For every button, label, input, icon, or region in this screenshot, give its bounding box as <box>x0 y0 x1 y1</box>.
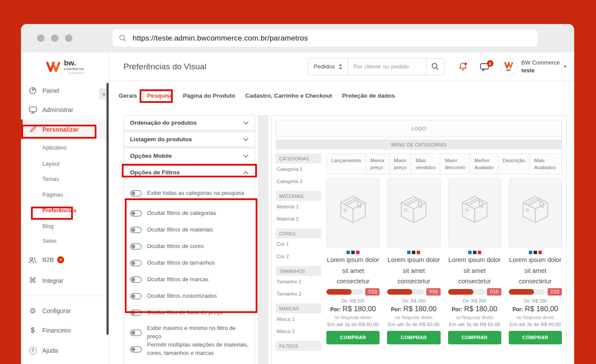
sidebar-item-label: Financeiro <box>42 327 71 334</box>
command-icon: ⌘ <box>27 277 38 284</box>
sidebar-item-configurar[interactable]: ⚙Configurar <box>21 301 109 320</box>
main-area: Preferências do Visual Pedidos <box>109 52 574 364</box>
toggle-switch-off[interactable] <box>130 276 142 283</box>
toggle-switch-off[interactable] <box>130 227 142 233</box>
facet-item: Cor 1 <box>276 242 321 247</box>
sidebar-item-integrar[interactable]: ⌘Integrar <box>21 271 109 290</box>
tab-pa-gina-do-produto[interactable]: Página do Produto <box>182 91 236 101</box>
sort-arrows-icon <box>339 64 343 70</box>
accordion-header-listagem-do-produtos[interactable]: Listagem do produtos <box>124 132 255 146</box>
sidebar-scrollbar[interactable] <box>106 83 109 335</box>
avatar[interactable]: bw. <box>500 58 517 75</box>
tab-cadastro-carrinho-e-checkout[interactable]: Cadastro, Carrinho e Checkout <box>244 91 333 101</box>
product-original-price: De: R$ 200 <box>402 298 425 303</box>
tab-protec-a-o-de-dados[interactable]: Proteção de dados <box>341 91 396 101</box>
package-box-icon <box>516 193 555 233</box>
facet-item: Categoria 1 <box>276 167 321 172</box>
price-prefix: Por: <box>391 306 401 313</box>
rating-row: 7/10 <box>448 288 501 296</box>
toggle-row: Ocultar filtros de tamanhos <box>130 255 249 271</box>
search-button[interactable] <box>426 58 444 75</box>
facet-group: FILTROS <box>276 341 321 351</box>
facet-item: Material 2 <box>276 216 321 221</box>
toggle-list: Exibir todas as categorias na pesquisaOc… <box>124 180 255 357</box>
preview-sort-bar: LançamentosMenor preçoMaior preçoMais ve… <box>326 153 562 174</box>
sidebar-item-financeiro[interactable]: $Financeiro <box>21 320 109 340</box>
toggle-switch-off[interactable] <box>130 190 142 197</box>
toggle-label: Exibir máximo e mínimo no filtro de preç… <box>147 324 249 341</box>
window-control-icon[interactable] <box>65 34 72 42</box>
product-title-line: Lorem ipsum dolor <box>509 255 562 265</box>
product-payment-note: no Negociar direto <box>517 315 554 320</box>
search-scope-select[interactable]: Pedidos <box>308 58 348 75</box>
sidebar-item-b2b[interactable]: B2B⚡ <box>21 248 109 271</box>
facet-header: TAMANHOS <box>276 266 321 276</box>
sidebar-subitem-preferencias[interactable]: Preferências <box>21 202 109 218</box>
sidebar-item-ajuda[interactable]: ?Ajuda <box>21 340 109 361</box>
toggle-switch-off[interactable] <box>130 243 142 250</box>
toggle-row: Permitir múltiplas seleções de materiais… <box>130 341 249 357</box>
global-search: Pedidos <box>308 58 445 75</box>
window-control-icon[interactable] <box>37 34 45 42</box>
help-icon: ? <box>27 347 38 354</box>
sidebar-item-label: Configurar <box>42 307 71 314</box>
facet-header: MARCAS <box>276 303 321 313</box>
accordion-header-ordenac-a-o-do-produtos[interactable]: Ordenação do produtos <box>124 116 255 130</box>
toggle-switch-off[interactable] <box>130 293 142 299</box>
accordion-header-opc-o-es-mobile[interactable]: Opções Mobile <box>124 149 255 163</box>
toggle-switch-off[interactable] <box>130 310 142 316</box>
toggle-label: Ocultar filtros customizados <box>147 292 217 300</box>
product-title-line: Lorem ipsum dolor <box>327 255 379 265</box>
toggle-row: Exibir todas as categorias na pesquisa <box>130 185 249 201</box>
toggle-label: Ocultar filtros de cores <box>147 242 204 251</box>
toggle-switch-off[interactable] <box>130 346 142 353</box>
chevron-down-icon[interactable]: ▾ <box>564 64 566 69</box>
sidebar-subitem-layout[interactable]: Layout <box>21 156 109 171</box>
rating-badge: 7/10 <box>548 288 562 296</box>
toggle-label: Permitir múltiplas seleções de materiais… <box>147 341 249 357</box>
toggle-switch-off[interactable] <box>130 210 142 217</box>
search-scope-label: Pedidos <box>314 63 335 70</box>
sort-option: Maior desconto <box>440 154 470 174</box>
price-prefix: Por: <box>513 306 523 313</box>
accordion-label: Listagem do produtos <box>130 136 192 143</box>
sidebar-subitem-blog[interactable]: Blog <box>21 218 109 233</box>
messages-button[interactable]: 2 <box>480 62 490 71</box>
monitor-icon <box>27 106 38 114</box>
toggle-row: Ocultar filtros de materiais <box>130 221 249 238</box>
sidebar-item-administrar[interactable]: Administrar <box>21 100 109 119</box>
address-bar[interactable]: https://teste.admin.bwcommerce.com.br/pa… <box>113 30 538 47</box>
sidebar-divider <box>21 290 109 301</box>
people-icon <box>27 256 38 264</box>
tab-pesquisa[interactable]: Pesquisa <box>146 91 174 101</box>
filter-options-panel: Ordenação do produtosListagem do produto… <box>123 115 255 364</box>
tab-gerais[interactable]: Gerais <box>118 91 138 101</box>
sidebar-subitem-paginas[interactable]: Páginas <box>21 187 109 202</box>
account-menu[interactable]: BW Commerce teste <box>521 59 560 74</box>
browser-window: https://teste.admin.bwcommerce.com.br/pa… <box>21 24 574 364</box>
toggle-switch-off[interactable] <box>130 260 142 266</box>
color-swatch <box>412 251 415 254</box>
sidebar-item-personalizar[interactable]: Personalizar <box>21 119 109 139</box>
brand-w-icon <box>45 61 61 73</box>
price-value: R$ 180,00 <box>404 305 437 313</box>
chevron-down-icon <box>243 119 249 126</box>
sidebar-subitem-selos[interactable]: Selos <box>21 233 109 248</box>
window-control-icon[interactable] <box>51 34 58 42</box>
accordion-label: Ordenação do produtos <box>130 119 197 126</box>
sidebar-subitem-temas[interactable]: Temas <box>21 171 109 187</box>
search-input[interactable] <box>348 63 426 70</box>
preview-facet-column: CATEGORIASCategoria 1Categoria 2MATERIAI… <box>276 153 321 354</box>
toggle-label: Ocultar filtros de categorias <box>147 209 216 218</box>
sidebar-subitem-aplicativo[interactable]: Aplicativo <box>21 139 109 156</box>
toggle-switch-off[interactable] <box>130 330 142 336</box>
toggle-row: Ocultar filtros de cores <box>130 238 249 255</box>
sidebar-item-painel[interactable]: Painel <box>21 81 109 100</box>
product-title-line: Lorem ipsum dolor <box>387 255 440 265</box>
divider-line <box>21 296 109 296</box>
notifications-button[interactable] <box>458 61 468 72</box>
brand-logo[interactable]: bw. commerce by Magazord <box>21 52 109 81</box>
price-prefix: Por: <box>452 306 462 313</box>
accordion-header-opc-o-es-de-filtros[interactable]: Opções de Filtros <box>124 165 255 180</box>
browser-chrome: https://teste.admin.bwcommerce.com.br/pa… <box>21 24 574 52</box>
